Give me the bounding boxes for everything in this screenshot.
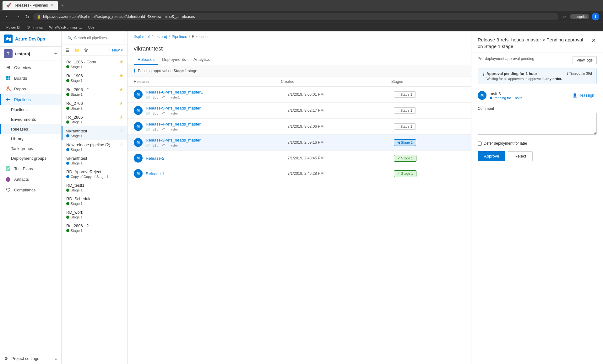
approval-info-text: Approval pending for 1 hour Waiting for … [486,72,562,81]
star-icon[interactable]: ★ [119,59,123,64]
sidebar-org[interactable]: T testproj + [0,47,61,61]
list-item[interactable]: RD_testf1 Stage 1 [62,181,127,194]
search-icon: 🔍 [68,36,72,40]
stage-status-dot [66,148,69,151]
bookmark-powerbi[interactable]: Power BI [4,25,23,30]
stage-badge[interactable]: ○ Stage 1 [394,123,416,130]
defer-checkbox-input[interactable] [478,142,482,146]
pipeline-item-name: New release pipeline (2) ☆ [66,142,123,147]
sidebar-item-artifacts[interactable]: Artifacts [0,174,61,185]
list-item[interactable]: RD_ApproveReject Copy of Copy of Stage 1 [62,167,127,181]
pipeline-search-box[interactable]: 🔍 [65,34,124,42]
sidebar-item-environments[interactable]: Environments [0,115,61,124]
search-input[interactable] [74,36,121,40]
release-name-link[interactable]: Release-3-refs_heads_master [146,138,201,142]
approver-status: Pending for 1 hour [490,96,570,100]
overview-icon: ⊞ [5,65,11,70]
list-view-button[interactable]: ☰ [64,47,71,54]
release-row-created: 7/1/2019, 2:59:16 PM [288,140,394,145]
pipeline-item-name: RD_testf1 [66,183,123,188]
profile-avatar[interactable]: I [592,13,599,20]
list-item[interactable]: Rd_2706 ★ Stage 1 [62,99,127,112]
list-item[interactable]: Rd_1206 - Copy ★ Stage 1 [62,57,127,71]
list-item[interactable]: New release pipeline (2) ☆ Stage 1 [62,140,127,154]
view-logs-button[interactable]: View logs [573,56,597,64]
new-pipeline-button[interactable]: + New ▾ [107,47,125,53]
stage-badge[interactable]: ◀ Stage 1 [394,139,416,146]
release-row-stage: ○ Stage 1 [394,91,465,98]
sidebar-item-test-plans[interactable]: Test Plans [0,163,61,174]
sidebar-item-compliance[interactable]: 🛡 Compliance [0,185,61,195]
sidebar-item-deployment-groups[interactable]: Deployment groups [0,153,61,163]
tab-close-button[interactable]: ✕ [50,3,54,8]
list-item[interactable]: vikranthtest Stage 1 [62,154,127,167]
release-name-link[interactable]: Release-2 [146,156,164,161]
stage-badge[interactable]: ○ Stage 1 [394,107,416,114]
pipeline-item-stage: Stage 1 [66,229,123,233]
list-item[interactable]: RD_work Stage 1 [62,208,127,221]
azure-devops-logo [4,35,13,43]
list-item[interactable]: Rd_2606 - 2 ★ Stage 1 [62,85,127,99]
star-icon[interactable]: ★ [119,101,123,106]
list-item[interactable]: Rd_2806 - 2 Stage 1 [62,221,127,235]
address-bar[interactable]: 🔒 https://dev.azure.com/tfspf-rmpf/testp… [33,13,558,20]
bookmark-button[interactable]: ☆ [561,13,568,20]
sidebar-item-library[interactable]: Library [0,134,61,144]
list-item[interactable]: RD_Schedule Stage 1 [62,194,127,208]
bookmark-uber[interactable]: Uber [86,25,98,30]
release-name-link[interactable]: Release-6-refs_heads_master1 [146,90,203,94]
sidebar-item-sub-pipelines[interactable]: Pipelines [0,105,61,115]
tab-releases[interactable]: Releases [134,55,158,65]
new-label: New [112,48,120,52]
release-table-header: Releases Created Stages [128,77,471,87]
stage-badge[interactable]: ✓ Stage 1 [394,155,416,162]
star-icon[interactable]: ☆ [119,128,123,133]
stage-badge[interactable]: ✓ Stage 1 [394,170,416,177]
new-tab-button[interactable]: + [58,2,66,9]
reassign-button[interactable]: 👤 Reassign [570,92,597,99]
star-icon[interactable]: ★ [119,87,123,92]
star-icon[interactable]: ★ [119,73,123,78]
release-name-link[interactable]: Release-5-refs_heads_master [146,106,201,110]
reject-button[interactable]: Reject [508,151,533,161]
folder-view-button[interactable]: 📁 [73,47,81,54]
release-name-link[interactable]: Release-1 [146,171,164,176]
reload-button[interactable]: ↻ [24,13,30,21]
approve-button[interactable]: Approve [478,151,505,161]
sidebar-item-task-groups[interactable]: Task groups [0,144,61,153]
branch-icon: ⎇ [161,143,165,147]
delete-button[interactable]: 🗑 [82,47,90,54]
list-item[interactable]: vikranthtest ☆ Stage 1 [62,126,127,140]
active-tab[interactable]: 🚀 Releases - Pipelines ✕ [3,1,58,10]
sidebar-item-releases[interactable]: Releases [0,124,61,134]
tab-analytics[interactable]: Analytics [190,55,214,65]
browser-chrome: 🚀 Releases - Pipelines ✕ + ← → ↻ 🔒 https… [0,0,603,31]
sidebar-item-overview[interactable]: ⊞ Overview [0,62,61,73]
breadcrumb-testproj[interactable]: testproj [155,35,167,39]
comment-textarea[interactable] [478,113,597,135]
list-item[interactable]: Rd_1906 ★ Stage 1 [62,71,127,85]
sidebar-item-boards[interactable]: Boards [0,73,61,83]
release-name-link[interactable]: Release-4-refs_heads_master [146,122,201,126]
branch-icon: ⎇ [161,111,165,115]
approver-info: msft 3 Pending for 1 hour [490,91,570,100]
add-project-button[interactable]: + [54,51,57,57]
bookmark-whatwasrunning[interactable]: WhatWasRunning -... [47,25,84,30]
stage-badge[interactable]: ○ Stage 1 [394,91,416,98]
bookmark-timings[interactable]: ⏱ Timings [24,25,46,30]
close-panel-button[interactable]: ✕ [591,36,597,45]
list-item[interactable]: Rd_2806 ★ Stage 1 [62,112,127,126]
settings-icon: ⚙ [4,356,8,361]
forward-button[interactable]: → [14,13,21,21]
star-icon[interactable]: ★ [119,115,123,120]
tab-deployments[interactable]: Deployments [158,55,190,65]
defer-label[interactable]: Defer deployment for later [484,141,527,146]
sidebar-item-pipelines[interactable]: Pipelines [0,94,61,105]
breadcrumb-pipelines[interactable]: Pipelines [172,35,187,39]
project-settings-item[interactable]: ⚙ Project settings « [0,353,61,364]
approval-waiting-text: Waiting for all approvers to approve in … [486,77,562,81]
star-icon[interactable]: ☆ [119,142,123,147]
breadcrumb-tfspf[interactable]: tfspf-rmpf [134,35,150,39]
back-button[interactable]: ← [4,13,11,21]
sidebar-item-repos[interactable]: Repos [0,83,61,94]
